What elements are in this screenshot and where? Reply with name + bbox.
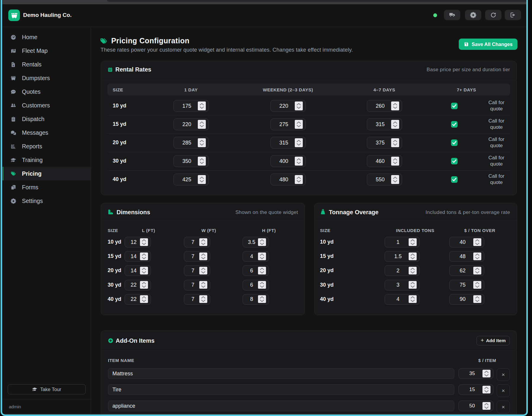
- svg-text:$: $: [12, 64, 14, 66]
